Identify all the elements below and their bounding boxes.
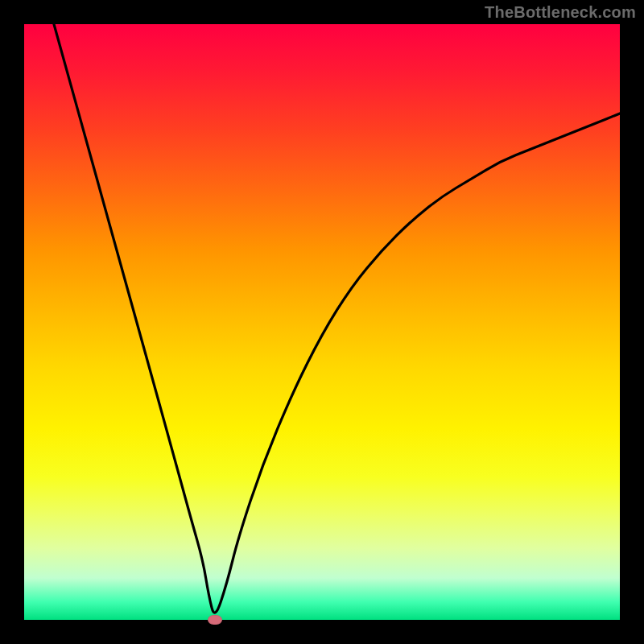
curve-svg [24, 24, 620, 620]
watermark-text: TheBottleneck.com [485, 3, 636, 22]
plot-area [24, 24, 620, 620]
bottleneck-curve [54, 24, 620, 613]
min-point-marker [208, 615, 222, 625]
chart-frame: TheBottleneck.com [0, 0, 644, 644]
